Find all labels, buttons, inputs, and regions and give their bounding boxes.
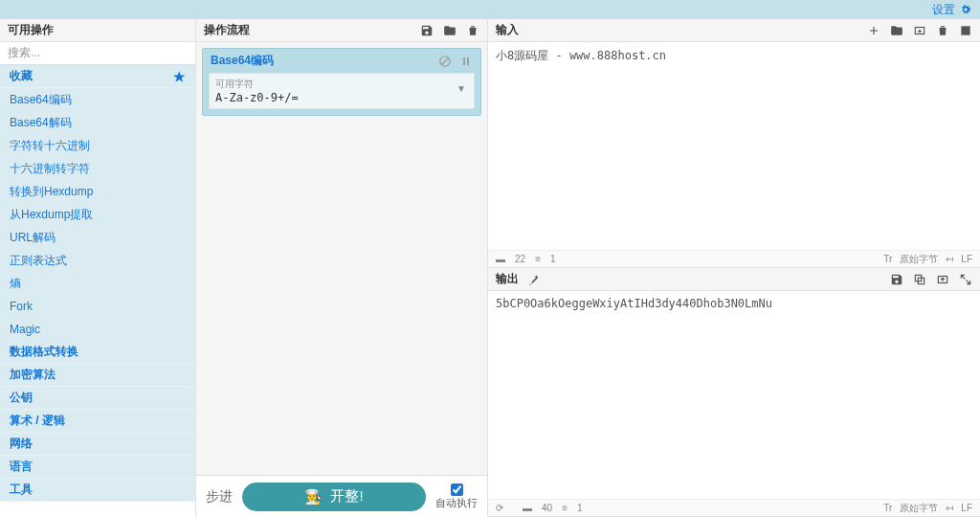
op-item[interactable]: 十六进制转字符 bbox=[0, 157, 195, 180]
recipe-item-name: Base64编码 bbox=[211, 53, 274, 69]
category[interactable]: 公钥 bbox=[0, 387, 195, 410]
arg-label: 可用字符 bbox=[215, 78, 468, 91]
autobake-label: 自动执行 bbox=[435, 496, 478, 510]
op-item[interactable]: 从Hexdump提取 bbox=[0, 203, 195, 226]
autobake-checkbox[interactable] bbox=[451, 483, 463, 496]
input-bytes: 22 bbox=[515, 254, 525, 264]
op-item[interactable]: Base64编码 bbox=[0, 88, 195, 111]
category[interactable]: 加密算法 bbox=[0, 364, 195, 387]
arg-value: A-Za-z0-9+/= bbox=[215, 91, 468, 104]
input-encoding[interactable]: 原始字节 bbox=[900, 253, 938, 266]
category[interactable]: 数据格式转换 bbox=[0, 341, 195, 364]
output-title: 输出 bbox=[496, 272, 519, 285]
time-icon: ⟳ bbox=[496, 503, 503, 513]
clear-input-icon[interactable] bbox=[936, 23, 949, 37]
folder-icon[interactable] bbox=[443, 23, 457, 37]
disable-icon[interactable] bbox=[438, 54, 452, 68]
svg-rect-5 bbox=[961, 26, 969, 34]
replace-input-icon[interactable] bbox=[936, 272, 949, 286]
op-item[interactable]: Magic bbox=[0, 318, 195, 341]
output-text[interactable]: 5bCP0Oa6kOeggeWxiyAtIHd3dy440Dhob3N0LmNu bbox=[488, 291, 980, 499]
svg-line-1 bbox=[442, 57, 449, 64]
op-item[interactable]: 熵 bbox=[0, 272, 195, 295]
recipe-body: Base64编码 可用字符 A-Za-z0-9+/= ▼ bbox=[196, 42, 487, 475]
bake-button[interactable]: 👨‍🍳 开整! bbox=[242, 483, 426, 511]
op-item[interactable]: URL解码 bbox=[0, 226, 195, 249]
output-title-bar: 输出 bbox=[488, 268, 980, 291]
input-max-icon[interactable] bbox=[959, 23, 972, 37]
op-item[interactable]: Fork bbox=[0, 295, 195, 318]
gear-icon[interactable] bbox=[959, 3, 972, 17]
step-button[interactable]: 步进 bbox=[206, 488, 233, 506]
category[interactable]: 语言 bbox=[0, 456, 195, 479]
add-tab-icon[interactable] bbox=[867, 23, 880, 37]
input-status: ▬22 ≡1 Tr 原始字节 ↤ LF bbox=[488, 250, 980, 267]
input-text[interactable]: 小8源码屋 - www.888host.cn bbox=[488, 42, 980, 250]
bytes-icon: ▬ bbox=[496, 254, 505, 264]
output-max-icon[interactable] bbox=[959, 272, 972, 286]
open-folder-icon[interactable] bbox=[890, 23, 903, 37]
category[interactable]: 网络 bbox=[0, 433, 195, 456]
bake-label: 开整! bbox=[330, 487, 363, 506]
copy-output-icon[interactable] bbox=[913, 272, 926, 286]
star-icon: ★ bbox=[173, 69, 186, 84]
autobake-toggle[interactable]: 自动执行 bbox=[435, 483, 478, 510]
svg-rect-3 bbox=[467, 57, 469, 65]
category[interactable]: 算术 / 逻辑 bbox=[0, 410, 195, 433]
output-status: ⟳ ▬40 ≡1 Tr 原始字节 ↤ LF bbox=[488, 499, 980, 516]
magic-icon[interactable] bbox=[527, 272, 541, 286]
category-favourites[interactable]: 收藏 ★ bbox=[0, 65, 195, 88]
settings-link[interactable]: 设置 bbox=[932, 2, 955, 18]
output-bytes: 40 bbox=[542, 503, 552, 513]
save-icon[interactable] bbox=[420, 23, 434, 37]
save-output-icon[interactable] bbox=[890, 272, 903, 286]
recipe-title-bar: 操作流程 bbox=[196, 19, 487, 42]
trash-icon[interactable] bbox=[466, 23, 479, 37]
recipe-arg[interactable]: 可用字符 A-Za-z0-9+/= ▼ bbox=[209, 73, 475, 109]
op-item[interactable]: 正则表达式 bbox=[0, 249, 195, 272]
recipe-item[interactable]: Base64编码 可用字符 A-Za-z0-9+/= ▼ bbox=[202, 48, 481, 116]
op-item[interactable]: Base64解码 bbox=[0, 111, 195, 134]
operations-list: 收藏 ★ Base64编码 Base64解码 字符转十六进制 十六进制转字符 转… bbox=[0, 65, 195, 517]
recipe-title: 操作流程 bbox=[204, 22, 250, 38]
op-item[interactable]: 转换到Hexdump bbox=[0, 180, 195, 203]
search-input[interactable]: 搜索... bbox=[0, 42, 195, 65]
output-eol[interactable]: LF bbox=[961, 503, 972, 513]
operations-title: 可用操作 bbox=[0, 19, 195, 42]
output-encoding[interactable]: 原始字节 bbox=[900, 502, 938, 515]
input-lines: 1 bbox=[550, 254, 556, 264]
op-item[interactable]: 字符转十六进制 bbox=[0, 134, 195, 157]
bytes-icon: ▬ bbox=[523, 503, 532, 513]
eol-arrow-icon: ↤ bbox=[946, 503, 953, 513]
eol-arrow-icon: ↤ bbox=[946, 254, 953, 264]
lines-icon: ≡ bbox=[535, 254, 541, 264]
category-label: 收藏 bbox=[10, 68, 33, 84]
output-lines: 1 bbox=[577, 503, 583, 513]
input-title-bar: 输入 bbox=[488, 19, 980, 42]
input-title: 输入 bbox=[496, 22, 519, 38]
input-eol[interactable]: LF bbox=[961, 254, 972, 264]
svg-rect-2 bbox=[463, 57, 465, 65]
category[interactable]: 工具 bbox=[0, 479, 195, 502]
open-file-icon[interactable] bbox=[913, 23, 926, 37]
chef-icon: 👨‍🍳 bbox=[304, 488, 323, 506]
pause-icon[interactable] bbox=[459, 54, 473, 68]
case-icon[interactable]: Tr bbox=[883, 254, 892, 264]
lines-icon: ≡ bbox=[562, 503, 568, 513]
chevron-down-icon[interactable]: ▼ bbox=[457, 83, 466, 94]
case-icon[interactable]: Tr bbox=[883, 503, 892, 513]
